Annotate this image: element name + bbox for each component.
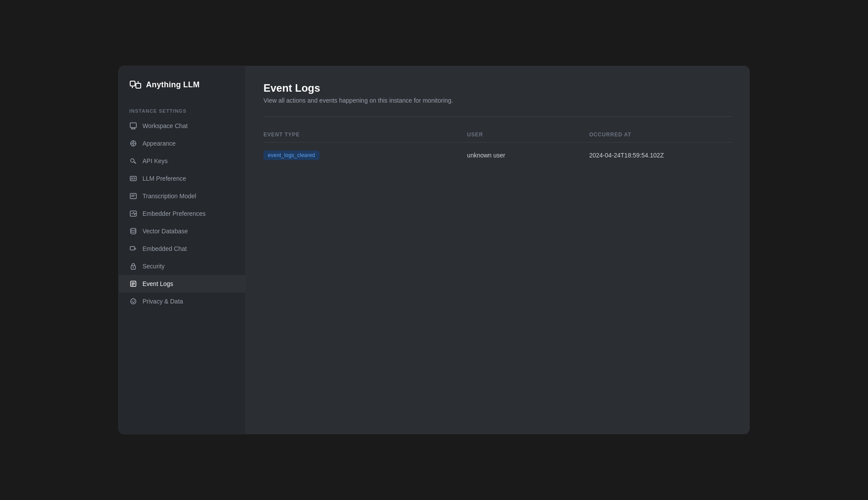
logo-icon xyxy=(129,79,142,91)
sidebar-item-embedder-preferences[interactable]: Embedder Preferences xyxy=(119,205,245,222)
col-user: USER xyxy=(467,132,589,138)
col-event-type: EVENT TYPE xyxy=(263,132,467,138)
logo-container: Anything LLM xyxy=(119,66,245,101)
sidebar-label-security: Security xyxy=(142,263,165,270)
page-subtitle: View all actions and events happening on… xyxy=(263,97,732,104)
header-divider xyxy=(263,116,732,117)
cell-user: unknown user xyxy=(467,152,589,159)
security-icon xyxy=(129,262,137,270)
svg-point-7 xyxy=(132,143,134,144)
sidebar-label-api-keys: API Keys xyxy=(142,157,168,164)
appearance-icon xyxy=(129,139,137,147)
event-logs-table: EVENT TYPE USER OCCURRED AT event_logs_c… xyxy=(263,127,732,168)
embedded-icon xyxy=(129,245,137,253)
page-title: Event Logs xyxy=(263,82,732,94)
sidebar-label-transcription-model: Transcription Model xyxy=(142,193,196,200)
table-row: event_logs_cleared unknown user 2024-04-… xyxy=(263,143,732,168)
svg-line-18 xyxy=(134,179,135,179)
sidebar-label-llm-preference: LLM Preference xyxy=(142,175,186,182)
llm-icon xyxy=(129,175,137,182)
svg-rect-19 xyxy=(130,193,136,199)
svg-rect-24 xyxy=(130,246,135,250)
chat-icon xyxy=(129,122,137,130)
svg-point-23 xyxy=(131,229,136,231)
sidebar-label-embedded-chat: Embedded Chat xyxy=(142,245,187,252)
events-icon xyxy=(129,280,137,288)
sidebar-label-event-logs: Event Logs xyxy=(142,280,173,287)
svg-rect-0 xyxy=(130,81,135,86)
sidebar-item-security[interactable]: Security xyxy=(119,257,245,275)
event-type-badge: event_logs_cleared xyxy=(263,150,320,160)
sidebar-item-vector-database[interactable]: Vector Database xyxy=(119,222,245,240)
sidebar-label-embedder-preferences: Embedder Preferences xyxy=(142,210,206,217)
key-icon xyxy=(129,157,137,165)
sidebar-item-transcription-model[interactable]: Transcription Model xyxy=(119,187,245,205)
privacy-icon xyxy=(129,297,137,305)
svg-rect-1 xyxy=(136,83,141,88)
sidebar-item-llm-preference[interactable]: LLM Preference xyxy=(119,170,245,187)
svg-line-13 xyxy=(135,162,135,163)
sidebar-item-privacy-data[interactable]: Privacy & Data xyxy=(119,293,245,310)
svg-point-12 xyxy=(131,159,134,162)
main-content: Event Logs View all actions and events h… xyxy=(246,66,749,434)
sidebar-item-event-logs[interactable]: Event Logs xyxy=(119,275,245,293)
sidebar-label-vector-database: Vector Database xyxy=(142,228,188,235)
transcription-icon xyxy=(129,192,137,200)
sidebar-item-appearance[interactable]: Appearance xyxy=(119,135,245,152)
table-header: EVENT TYPE USER OCCURRED AT xyxy=(263,127,732,143)
svg-point-33 xyxy=(134,300,135,301)
cell-occurred-at: 2024-04-24T18:59:54.102Z xyxy=(589,152,732,159)
app-window: Anything LLM INSTANCE SETTINGS Workspace… xyxy=(118,66,750,434)
sidebar-label-workspace-chat: Workspace Chat xyxy=(142,122,188,129)
sidebar-label-privacy-data: Privacy & Data xyxy=(142,298,183,305)
col-occurred-at: OCCURRED AT xyxy=(589,132,732,138)
sidebar-item-api-keys[interactable]: API Keys xyxy=(119,152,245,170)
svg-point-32 xyxy=(132,300,133,301)
svg-rect-4 xyxy=(130,123,136,128)
svg-point-26 xyxy=(133,267,134,268)
content-area: Event Logs View all actions and events h… xyxy=(246,66,749,434)
embedder-icon xyxy=(129,210,137,218)
logo-text: Anything LLM xyxy=(146,80,199,89)
sidebar-item-embedded-chat[interactable]: Embedded Chat xyxy=(119,240,245,257)
cell-event-type: event_logs_cleared xyxy=(263,150,467,160)
svg-point-31 xyxy=(131,299,136,304)
sidebar-section-label: INSTANCE SETTINGS xyxy=(119,101,245,117)
sidebar-item-workspace-chat[interactable]: Workspace Chat xyxy=(119,117,245,135)
svg-rect-14 xyxy=(130,176,136,181)
vector-icon xyxy=(129,227,137,235)
sidebar-label-appearance: Appearance xyxy=(142,140,176,147)
sidebar: Anything LLM INSTANCE SETTINGS Workspace… xyxy=(119,66,246,434)
